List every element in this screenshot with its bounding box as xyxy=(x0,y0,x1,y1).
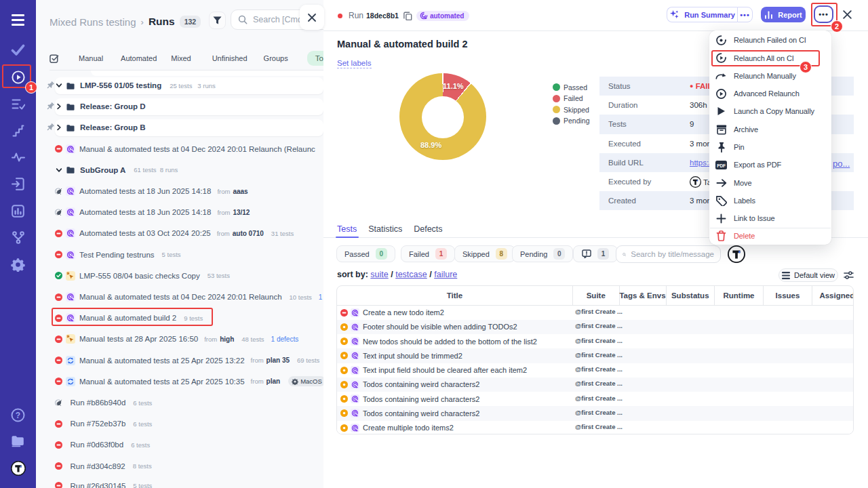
svg-text:PDF: PDF xyxy=(717,163,726,167)
